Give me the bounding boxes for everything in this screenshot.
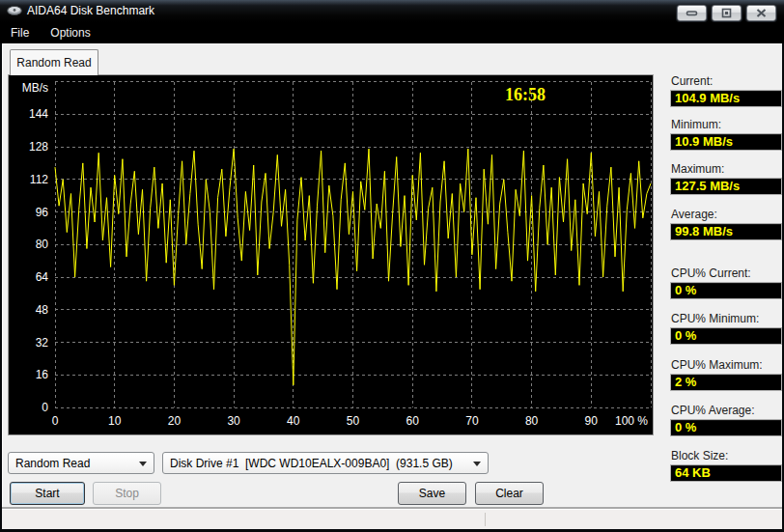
benchmark-type-select[interactable]: Random Read [8,452,154,474]
stat-block-size: Block Size: 64 KB [670,450,780,482]
benchmark-chart: MB/s144128112968064483216001020304050607… [9,75,653,434]
svg-text:0: 0 [52,414,59,428]
status-bar [2,509,782,529]
stat-value: 0 % [670,419,782,436]
stat-value: 104.9 MB/s [670,90,782,107]
svg-text:80: 80 [36,238,49,251]
window-title: AIDA64 Disk Benchmark [27,4,154,17]
stat-value: 64 KB [670,464,782,482]
svg-text:144: 144 [29,107,48,121]
stat-value: 2 % [670,374,782,391]
clear-button[interactable]: Clear [475,482,544,505]
benchmark-type-value: Random Read [15,457,90,470]
stat-value: 10.9 MB/s [670,133,782,151]
status-bar-divider [485,513,486,526]
svg-text:16: 16 [36,368,49,381]
maximize-button[interactable] [712,5,742,21]
stop-button[interactable]: Stop [93,482,161,505]
disk-icon [7,4,22,17]
drive-select-value: Disk Drive #1 [WDC WD10EALX-009BA0] (931… [170,457,453,470]
app-window: AIDA64 Disk Benchmark File Optio [0,0,784,532]
svg-text:90: 90 [585,414,599,428]
svg-text:10: 10 [108,414,122,428]
stat-cpu-current: CPU% Current: 0 % [670,267,780,299]
svg-text:112: 112 [30,173,48,186]
menu-options[interactable]: Options [40,22,100,43]
svg-text:48: 48 [36,303,49,317]
svg-text:40: 40 [287,414,300,428]
stat-label: Block Size: [671,450,780,462]
svg-text:32: 32 [36,336,49,350]
stat-label: Minimum: [671,119,780,131]
stat-minimum: Minimum: 10.9 MB/s [670,119,780,151]
menu-file[interactable]: File [0,22,40,43]
stat-value: 99.8 MB/s [670,223,782,240]
svg-text:0: 0 [42,401,48,414]
tab-random-read[interactable]: Random Read [10,49,98,75]
title-bar: AIDA64 Disk Benchmark [0,0,784,22]
stat-label: CPU% Average: [671,405,780,417]
close-icon [756,9,767,17]
svg-text:100 %: 100 % [615,414,648,428]
stats-panel: Current: 104.9 MB/s Minimum: 10.9 MB/s M… [670,43,780,497]
stat-cpu-maximum: CPU% Maximum: 2 % [670,359,780,391]
chevron-down-icon [139,462,147,466]
stat-value: 127.5 MB/s [670,178,782,195]
svg-text:96: 96 [36,206,49,219]
stat-label: Current: [671,75,780,88]
save-button[interactable]: Save [398,482,466,505]
client-area: Random Read MB/s144128112968064483216001… [2,43,782,529]
stat-maximum: Maximum: 127.5 MB/s [670,163,780,195]
svg-text:70: 70 [465,414,479,428]
stat-label: CPU% Current: [671,267,780,280]
stat-label: CPU% Maximum: [671,359,780,372]
minimize-icon [686,9,698,17]
stat-label: Average: [671,209,780,221]
stat-value: 0 % [670,282,782,299]
stat-label: CPU% Minimum: [671,313,780,325]
svg-text:60: 60 [406,414,420,428]
stat-value: 0 % [670,327,782,345]
stat-current: Current: 104.9 MB/s [670,75,780,107]
menu-bar: File Options [0,22,784,43]
svg-text:20: 20 [168,414,182,428]
start-button[interactable]: Start [10,482,85,505]
chevron-down-icon [473,462,481,466]
maximize-icon [721,8,732,18]
stat-cpu-average: CPU% Average: 0 % [670,405,780,436]
stat-average: Average: 99.8 MB/s [670,209,780,240]
stat-label: Maximum: [671,163,780,176]
svg-text:30: 30 [227,414,240,428]
svg-text:64: 64 [36,270,49,284]
stat-cpu-minimum: CPU% Minimum: 0 % [670,313,780,345]
svg-text:128: 128 [29,140,48,154]
caption-buttons [677,5,776,21]
drive-select[interactable]: Disk Drive #1 [WDC WD10EALX-009BA0] (931… [162,452,489,474]
chart-panel: MB/s144128112968064483216001020304050607… [8,74,654,435]
minimize-button[interactable] [677,5,707,21]
svg-text:MB/s: MB/s [22,81,48,95]
chart-clock: 16:58 [505,85,546,104]
svg-text:80: 80 [525,414,539,428]
close-button[interactable] [746,5,776,21]
svg-text:50: 50 [347,414,360,428]
